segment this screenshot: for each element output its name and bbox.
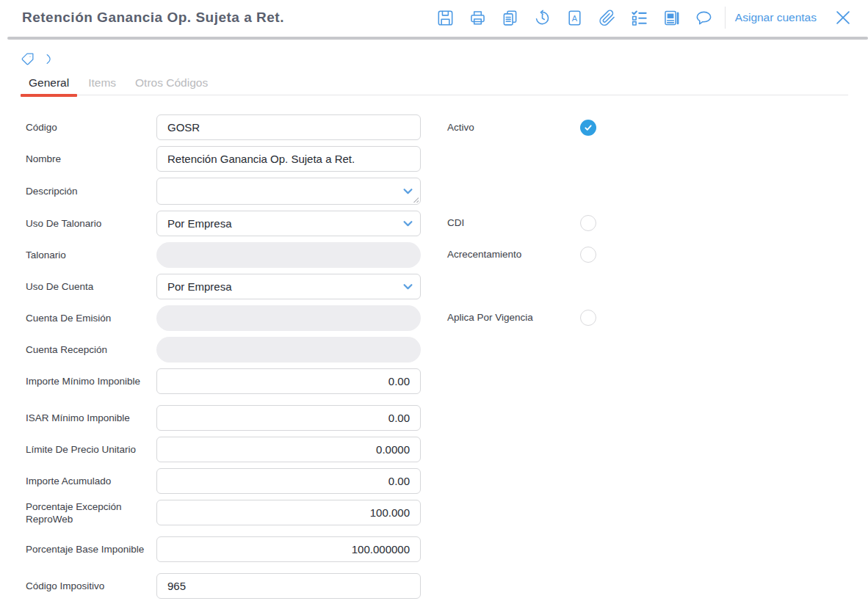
codigo-impositivo-input[interactable]: 965 (156, 573, 421, 599)
importe-acumulado-input[interactable]: 0.00 (156, 468, 421, 494)
field-label: Porcentaje Excepción ReproWeb (26, 500, 156, 525)
form-row-uso-de-cuenta: Uso De CuentaPor Empresa (26, 274, 421, 299)
tag-bar (21, 52, 55, 66)
field-label: Descripción (26, 185, 156, 197)
journal-icon[interactable] (662, 9, 681, 27)
field-value: Por Empresa (167, 217, 232, 230)
field-label: Código (26, 121, 156, 134)
tab-bar: GeneralItemsOtros Códigos (21, 71, 848, 95)
print-icon[interactable] (469, 9, 487, 27)
field-label: Porcentaje Base Imponible (26, 543, 156, 556)
limite-de-precio-unitario-input[interactable]: 0.0000 (156, 437, 421, 462)
form-row-talonario: Talonario (26, 242, 421, 268)
field-value: 100.000000 (352, 543, 410, 556)
cuenta-de-emision-input (156, 305, 421, 331)
porcentaje-excepcion-reproweb-input[interactable]: 100.000 (156, 500, 421, 525)
toggle-row-cdi: CDI (447, 210, 596, 236)
codigo-input[interactable]: GOSR (156, 114, 421, 140)
field-value: 0.00 (388, 375, 410, 387)
aplica-por-vigencia-checkbox[interactable] (580, 310, 596, 326)
field-label: Código Impositivo (26, 580, 156, 592)
nombre-input[interactable]: Retención Ganancia Op. Sujeta a Ret. (156, 146, 421, 172)
field-label: ISAR Mínimo Imponible (26, 412, 156, 424)
cdi-checkbox[interactable] (580, 215, 596, 231)
form-row-porcentaje-excepcion-reproweb: Porcentaje Excepción ReproWeb100.000 (26, 500, 421, 525)
field-label: Talonario (26, 249, 156, 261)
field-label: Uso De Talonario (26, 217, 156, 230)
tab-general[interactable]: General (21, 71, 77, 95)
form-row-porcentaje-base-imponible: Porcentaje Base Imponible100.000000 (26, 536, 421, 562)
checklist-icon[interactable] (630, 9, 648, 27)
save-icon[interactable] (436, 9, 455, 27)
field-value: 965 (167, 580, 186, 592)
form-row-limite-de-precio-unitario: Límite De Precio Unitario0.0000 (26, 437, 421, 462)
toggle-row-activo: Activo (447, 114, 596, 140)
form-row-descripcion: Descripción (26, 178, 421, 205)
field-value: Retención Ganancia Op. Sujeta a Ret. (167, 153, 355, 165)
document-a-icon[interactable]: A (565, 9, 584, 27)
field-value: Por Empresa (167, 280, 232, 293)
form-row-codigo: CódigoGOSR (26, 114, 421, 140)
toggle-row-acrecentamiento: Acrecentamiento (447, 241, 596, 267)
form-row-isar-minimo-imponible: ISAR Mínimo Imponible0.00 (26, 405, 421, 431)
field-value: GOSR (167, 121, 200, 134)
form-row-uso-de-talonario: Uso De TalonarioPor Empresa (26, 211, 421, 236)
attachment-icon[interactable] (598, 9, 616, 27)
toolbar: A Asignar cuentas (436, 7, 853, 29)
field-label: Nombre (26, 153, 156, 165)
form-row-importe-minimo-imponible: Importe Mínimo Imponible0.00 (26, 368, 421, 394)
toggle-label: Aplica Por Vigencia (447, 312, 580, 323)
form-row-cuenta-de-emision: Cuenta De Emisión (26, 305, 421, 331)
chevron-right-icon[interactable] (43, 52, 55, 66)
form-row-cuenta-recepcion: Cuenta Recepción (26, 337, 421, 363)
field-label: Importe Mínimo Imponible (26, 375, 156, 387)
general-form: CódigoGOSRNombreRetención Ganancia Op. S… (26, 114, 868, 601)
form-row-importe-acumulado: Importe Acumulado0.00 (26, 468, 421, 494)
field-label: Importe Acumulado (26, 475, 156, 487)
page-title: Retención Ganancia Op. Sujeta a Ret. (22, 10, 284, 26)
cuenta-recepcion-input (156, 337, 421, 363)
form-row-nombre: NombreRetención Ganancia Op. Sujeta a Re… (26, 146, 421, 172)
field-value: 0.00 (388, 475, 410, 487)
field-value: 0.00 (388, 412, 410, 424)
svg-text:A: A (572, 13, 578, 22)
history-icon[interactable] (533, 9, 551, 27)
form-row-codigo-impositivo: Código Impositivo965 (26, 573, 421, 599)
descripcion-combobox[interactable] (156, 178, 421, 205)
activo-checkbox-checked[interactable] (580, 120, 596, 136)
field-label: Uso De Cuenta (26, 280, 156, 293)
tag-icon[interactable] (21, 52, 35, 66)
field-label: Cuenta De Emisión (26, 312, 156, 324)
tab-items[interactable]: Items (80, 71, 124, 95)
copy-icon[interactable] (501, 9, 519, 27)
importe-minimo-imponible-input[interactable]: 0.00 (156, 368, 421, 394)
toggle-label: Activo (447, 122, 580, 133)
comment-icon[interactable] (695, 9, 713, 27)
uso-de-cuenta-select[interactable]: Por Empresa (156, 274, 421, 299)
tab-label: Otros Códigos (135, 76, 208, 90)
tab-otros-codigos[interactable]: Otros Códigos (127, 71, 216, 95)
assign-accounts-link[interactable]: Asignar cuentas (735, 11, 817, 24)
window-header: Retención Ganancia Op. Sujeta a Ret. A A… (0, 0, 868, 35)
tab-label: General (29, 76, 69, 90)
header-divider (7, 37, 868, 40)
acrecentamiento-checkbox[interactable] (580, 247, 596, 263)
toggle-row-aplica-por-vigencia: Aplica Por Vigencia (447, 305, 596, 330)
close-icon[interactable] (833, 7, 853, 28)
field-label: Cuenta Recepción (26, 343, 156, 356)
isar-minimo-imponible-input[interactable]: 0.00 (156, 405, 421, 431)
porcentaje-base-imponible-input[interactable]: 100.000000 (156, 536, 421, 562)
toggle-label: Acrecentamiento (447, 249, 580, 260)
toolbar-divider (725, 7, 726, 29)
talonario-input (156, 242, 421, 268)
field-label: Límite De Precio Unitario (26, 443, 156, 456)
field-value: 0.0000 (376, 443, 410, 456)
tab-label: Items (88, 76, 116, 90)
field-value: 100.000 (370, 506, 410, 519)
uso-de-talonario-select[interactable]: Por Empresa (156, 211, 421, 236)
toggle-label: CDI (447, 217, 580, 228)
